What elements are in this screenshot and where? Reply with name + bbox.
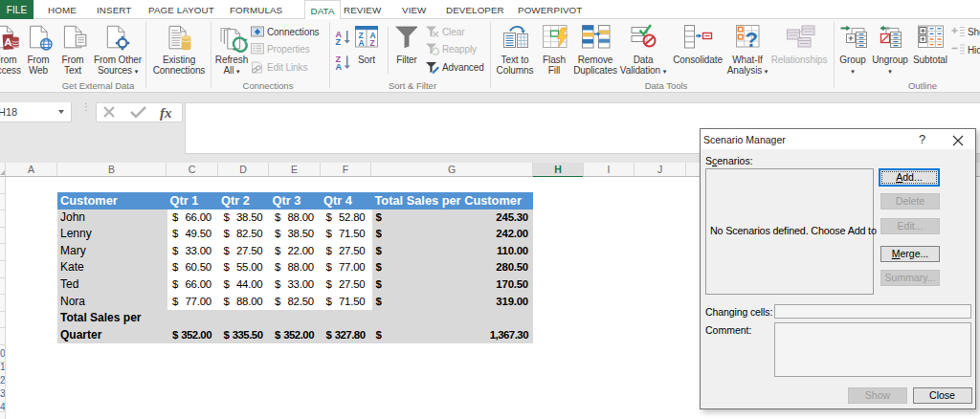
svg-text:A: A — [336, 62, 343, 72]
svg-text:A: A — [359, 38, 365, 48]
svg-text:Z: Z — [370, 38, 375, 48]
svg-text:?: ? — [746, 28, 758, 52]
svg-text:fx: fx — [160, 105, 172, 121]
svg-text:Z: Z — [336, 37, 342, 47]
svg-text:A: A — [4, 36, 11, 48]
